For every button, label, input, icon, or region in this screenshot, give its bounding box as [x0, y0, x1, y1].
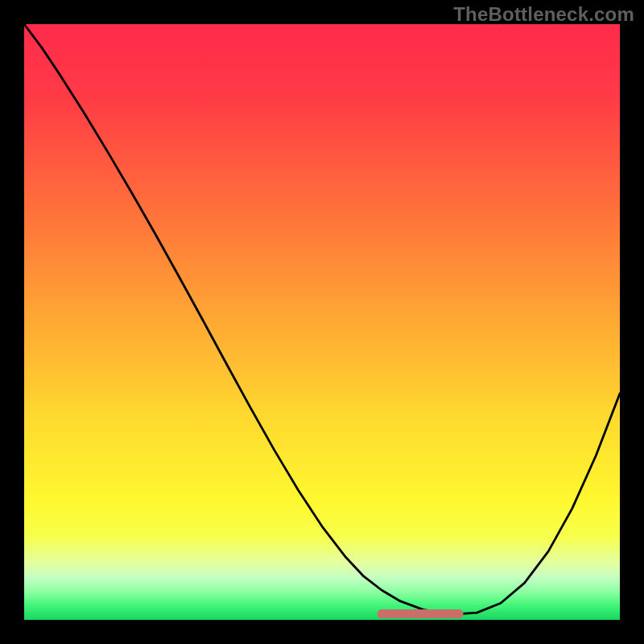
watermark-text: TheBottleneck.com	[453, 3, 634, 26]
chart-frame: TheBottleneck.com	[0, 0, 644, 644]
plot-svg	[24, 24, 620, 620]
plot-area	[24, 24, 620, 620]
gradient-background	[24, 24, 620, 620]
